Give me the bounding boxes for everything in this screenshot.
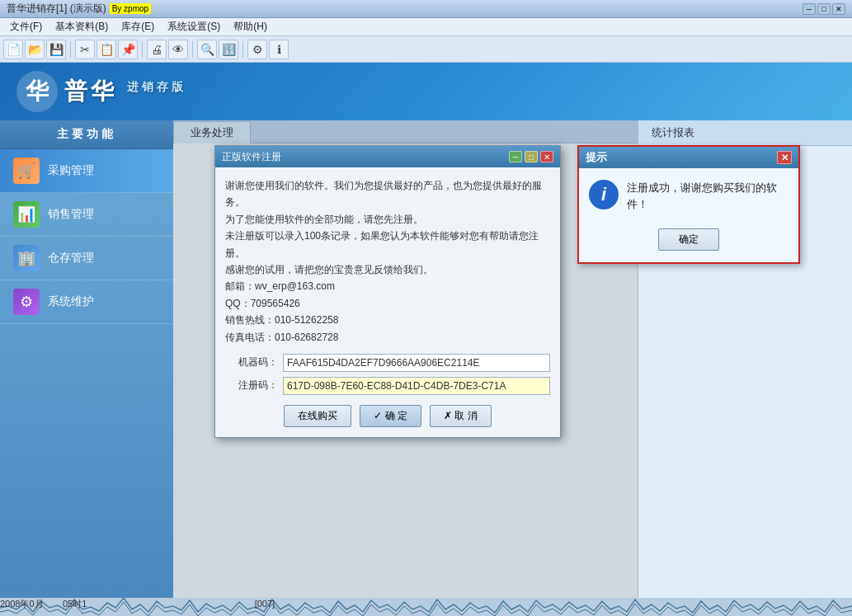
status-time: 05时1 <box>63 599 87 609</box>
toolbar-paste[interactable]: 📌 <box>118 40 138 59</box>
logo-icon: 华 <box>16 71 58 112</box>
minimize-button[interactable]: ─ <box>803 3 816 15</box>
title-text: 普华进销存[1] (演示版) <box>7 2 106 16</box>
sidebar-item-warehouse[interactable]: 🏢 仓存管理 <box>0 237 173 280</box>
reg-confirm-button[interactable]: ✓ 确 定 <box>360 405 421 427</box>
purchase-icon: 🛒 <box>13 158 40 184</box>
toolbar-open[interactable]: 📂 <box>25 40 45 59</box>
window-controls: ─ □ ✕ <box>803 3 845 15</box>
sidebar-label-sales: 销售管理 <box>48 207 94 222</box>
watermark-tag: By zpmop <box>110 3 151 14</box>
buy-online-button[interactable]: 在线购买 <box>284 405 351 427</box>
status-code: [007] <box>255 599 275 609</box>
menu-help[interactable]: 帮助(H) <box>227 18 274 35</box>
tip-titlebar: 提示 ✕ <box>579 147 798 168</box>
machine-code-field: 机器码： <box>225 354 550 372</box>
reg-close-button[interactable]: ✕ <box>540 151 553 162</box>
reg-minimize-button[interactable]: ─ <box>509 151 522 162</box>
tip-title: 提示 <box>586 150 777 165</box>
reg-dialog-titlebar: 正版软件注册 ─ □ ✕ <box>215 146 560 167</box>
reg-dialog-body: 谢谢您使用我们的软件。我们为您提供最好的产品，也为您提供最好的服务。 为了您能使… <box>215 167 560 437</box>
toolbar-separator-2 <box>142 41 143 58</box>
maximize-button[interactable]: □ <box>817 3 831 15</box>
right-panel-tab: 统计报表 <box>638 120 852 146</box>
reg-dialog-buttons: 在线购买 ✓ 确 定 ✗ 取 消 <box>225 405 550 427</box>
toolbar-find[interactable]: 🔍 <box>197 40 217 59</box>
sidebar: 主要功能 🛒 采购管理 📊 销售管理 🏢 仓存管理 ⚙ 系统维护 <box>0 120 173 598</box>
machine-code-label: 机器码： <box>225 355 283 369</box>
reg-code-label: 注册码： <box>225 379 283 393</box>
menu-bar: 文件(F) 基本资料(B) 库存(E) 系统设置(S) 帮助(H) <box>0 18 852 36</box>
close-button[interactable]: ✕ <box>832 3 845 15</box>
sidebar-item-sales[interactable]: 📊 销售管理 <box>0 193 173 237</box>
waveform-decoration <box>0 598 852 616</box>
sidebar-header: 主要功能 <box>0 120 173 149</box>
machine-code-input[interactable] <box>283 354 550 372</box>
status-bar: 2008年0月 05时1 [007] <box>0 598 852 616</box>
app-header: 华 普华 进销存版 <box>0 63 852 120</box>
reg-dialog-controls: ─ □ ✕ <box>509 151 553 162</box>
sales-icon: 📊 <box>13 201 40 228</box>
toolbar-separator-1 <box>70 41 71 58</box>
reg-code-input[interactable] <box>283 377 550 395</box>
toolbar-calc[interactable]: 🔢 <box>219 40 238 59</box>
sidebar-label-warehouse: 仓存管理 <box>48 251 94 266</box>
sidebar-item-purchase[interactable]: 🛒 采购管理 <box>0 149 173 193</box>
tip-message: 注册成功，谢谢您购买我们的软件！ <box>627 180 788 212</box>
tip-close-button[interactable]: ✕ <box>777 151 792 164</box>
toolbar-info[interactable]: ℹ <box>269 40 289 59</box>
logo-area: 普华 进销存版 <box>64 76 186 107</box>
toolbar-new[interactable]: 📄 <box>3 40 23 59</box>
sidebar-item-system[interactable]: ⚙ 系统维护 <box>0 280 173 324</box>
toolbar-separator-4 <box>242 41 243 58</box>
tip-dialog: 提示 ✕ i 注册成功，谢谢您购买我们的软件！ 确定 <box>577 145 800 264</box>
warehouse-icon: 🏢 <box>13 245 40 271</box>
toolbar-cut[interactable]: ✂ <box>75 40 95 59</box>
tip-info-icon: i <box>589 180 619 209</box>
toolbar-settings[interactable]: ⚙ <box>247 40 267 59</box>
toolbar-separator-3 <box>192 41 193 58</box>
toolbar: 📄 📂 💾 ✂ 📋 📌 🖨 👁 🔍 🔢 ⚙ ℹ <box>0 36 852 63</box>
reg-dialog-description: 谢谢您使用我们的软件。我们为您提供最好的产品，也为您提供最好的服务。 为了您能使… <box>225 177 550 346</box>
system-icon: ⚙ <box>13 289 40 315</box>
menu-inventory[interactable]: 库存(E) <box>115 18 161 35</box>
toolbar-preview[interactable]: 👁 <box>168 40 188 59</box>
tip-ok-button[interactable]: 确定 <box>658 228 719 251</box>
app-name: 普华 进销存版 <box>64 76 186 107</box>
tip-body: i 注册成功，谢谢您购买我们的软件！ <box>579 168 798 223</box>
menu-file[interactable]: 文件(F) <box>3 18 49 35</box>
tip-footer: 确定 <box>579 223 798 262</box>
menu-system-settings[interactable]: 系统设置(S) <box>161 18 227 35</box>
toolbar-copy[interactable]: 📋 <box>96 40 116 59</box>
reg-code-field: 注册码： <box>225 377 550 395</box>
reg-maximize-button[interactable]: □ <box>525 151 538 162</box>
toolbar-print[interactable]: 🖨 <box>147 40 167 59</box>
reg-cancel-button[interactable]: ✗ 取 消 <box>430 405 492 427</box>
status-date: 2008年0月 <box>0 599 44 609</box>
title-bar: 普华进销存[1] (演示版) By zpmop ─ □ ✕ <box>0 0 852 18</box>
menu-basic-data[interactable]: 基本资料(B) <box>49 18 115 35</box>
registration-dialog: 正版软件注册 ─ □ ✕ 谢谢您使用我们的软件。我们为您提供最好的产品，也为您提… <box>214 145 561 438</box>
app-logo: 华 普华 进销存版 <box>16 71 186 112</box>
sidebar-label-system: 系统维护 <box>48 294 94 309</box>
toolbar-save[interactable]: 💾 <box>46 40 66 59</box>
sidebar-label-purchase: 采购管理 <box>48 163 94 178</box>
main-layout: 主要功能 🛒 采购管理 📊 销售管理 🏢 仓存管理 ⚙ 系统维护 业务处理 统计… <box>0 120 852 598</box>
reg-dialog-title: 正版软件注册 <box>222 150 509 164</box>
content-area: 业务处理 统计报表 📋 单据查询 正版软件注册 ─ □ ✕ 谢谢您使 <box>173 120 638 598</box>
